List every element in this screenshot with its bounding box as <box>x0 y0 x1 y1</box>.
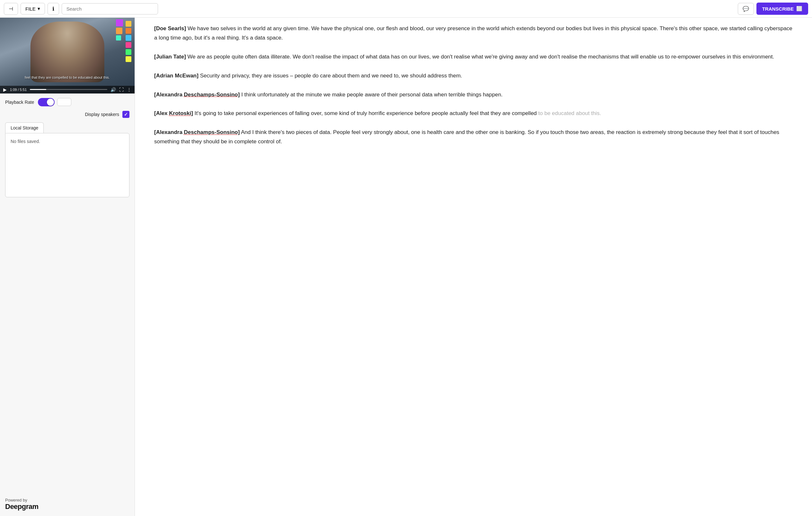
speaker-julian-tate: [Julian Tate] <box>154 54 186 60</box>
speaker-adrian-mcewan: [Adrian McEwan] <box>154 73 199 79</box>
playback-rate-input[interactable]: 1 <box>57 98 71 106</box>
info-button[interactable]: ℹ <box>48 3 59 15</box>
video-progress-fill <box>30 89 46 90</box>
controls-area: Playback Rate 1 Display speakers <box>0 93 135 122</box>
video-time: 1:09 / 5:51 <box>10 88 27 92</box>
transcript-text-alexandra-1: I think unfortunately at the minute we m… <box>241 92 503 98</box>
transcript-block-adrian-mcewan: [Adrian McEwan] Security and privacy, th… <box>154 71 793 81</box>
transcript-text-julian-tate: We are as people quite often data illite… <box>187 54 775 60</box>
transcript-panel: [Doe Searls] We have two selves in the w… <box>135 18 812 516</box>
display-speakers-checkbox[interactable] <box>122 111 129 118</box>
transcribe-button[interactable]: TRANSCRIBE ⬜ <box>756 3 808 15</box>
video-progress-bar[interactable] <box>30 89 107 90</box>
local-storage-section: Local Storage No files saved. <box>5 122 129 197</box>
play-button[interactable]: ▶ <box>3 87 7 92</box>
sticky-notes-decoration <box>125 21 132 62</box>
chat-button[interactable]: 💬 <box>738 3 754 15</box>
display-speakers-label: Display speakers <box>85 112 119 117</box>
local-storage-tab[interactable]: Local Storage <box>5 122 44 133</box>
chat-icon: 💬 <box>743 6 749 12</box>
transcript-block-alex-krotoski: [Alex Krotoski] It's going to take perso… <box>154 109 793 118</box>
display-speakers-row: Display speakers <box>5 111 129 118</box>
playback-slider-container: 1 <box>38 98 129 106</box>
speaker-doe-searls: [Doe Searls] <box>154 25 186 31</box>
toolbar: ⊣ FILE ▾ ℹ 💬 TRANSCRIBE ⬜ <box>0 0 812 18</box>
video-controls: ▶ 1:09 / 5:51 🔊 ⛶ ⋮ <box>0 86 135 93</box>
collapse-button[interactable]: ⊣ <box>4 3 18 15</box>
transcript-block-julian-tate: [Julian Tate] We are as people quite oft… <box>154 52 793 62</box>
transcript-text-adrian-mcewan: Security and privacy, they are issues – … <box>200 73 462 79</box>
local-storage-box: No files saved. <box>5 133 129 197</box>
powered-by-section: Powered by Deepgram <box>0 492 135 516</box>
transcript-text-alex-krotoski-faded: to be educated about this. <box>537 110 601 116</box>
playback-toggle-thumb <box>47 98 54 106</box>
powered-by-label: Powered by <box>5 498 129 503</box>
transcript-text-doe-searls: We have two selves in the world at any g… <box>154 25 792 41</box>
collapse-icon: ⊣ <box>9 6 13 12</box>
video-player: feel that they are compelled to be educa… <box>0 18 135 93</box>
transcript-block-alexandra-1: [Alexandra Deschamps-Sonsino] I think un… <box>154 90 793 99</box>
search-input[interactable] <box>62 3 158 15</box>
volume-button[interactable]: 🔊 <box>111 87 116 92</box>
speaker-alex-krotoski: [Alex Krotoski] <box>154 110 193 116</box>
info-icon: ℹ <box>52 6 54 12</box>
fullscreen-button[interactable]: ⛶ <box>119 87 124 92</box>
transcript-text-alex-krotoski-before: It's going to take personal experiences … <box>195 110 537 116</box>
sticky-notes-decoration-2 <box>116 19 123 40</box>
playback-toggle[interactable] <box>38 98 55 106</box>
transcribe-icon: ⬜ <box>796 6 802 11</box>
left-panel: feel that they are compelled to be educa… <box>0 18 135 516</box>
main-layout: feel that they are compelled to be educa… <box>0 18 812 516</box>
deepgram-brand: Deepgram <box>5 503 129 511</box>
file-menu-button[interactable]: FILE ▾ <box>21 3 45 15</box>
file-label: FILE <box>25 6 36 11</box>
transcript-text-alexandra-2: And I think there's two pieces of data. … <box>154 129 779 145</box>
video-thumbnail <box>0 18 135 93</box>
transcribe-label: TRANSCRIBE <box>762 6 794 11</box>
transcript-block-alexandra-2: [Alexandra Deschamps-Sonsino] And I thin… <box>154 128 793 146</box>
file-chevron-icon: ▾ <box>37 6 40 11</box>
playback-rate-row: Playback Rate 1 <box>5 98 129 106</box>
speaker-alexandra-2: [Alexandra Deschamps-Sonsino] <box>154 129 240 135</box>
transcript-block-doe-searls: [Doe Searls] We have two selves in the w… <box>154 24 793 43</box>
speaker-alexandra-1: [Alexandra Deschamps-Sonsino] <box>154 92 240 98</box>
video-subtitle: feel that they are compelled to be educa… <box>0 74 135 81</box>
no-files-text: No files saved. <box>10 139 40 144</box>
playback-rate-label: Playback Rate <box>5 99 34 105</box>
more-options-button[interactable]: ⋮ <box>127 87 132 92</box>
